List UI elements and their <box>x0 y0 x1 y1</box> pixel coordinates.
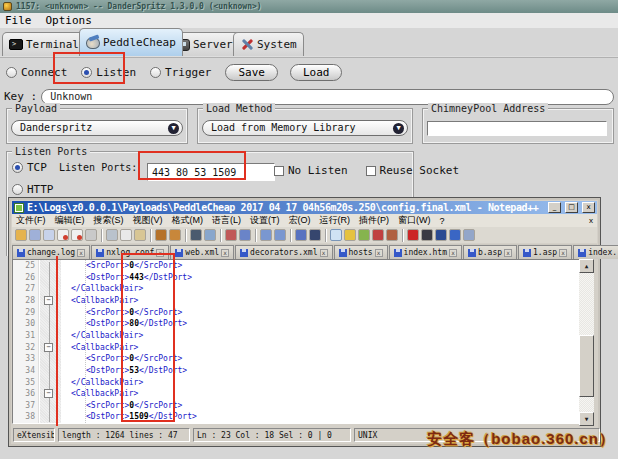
open-folder-icon[interactable] <box>15 229 27 241</box>
npp-menu-item[interactable]: 搜索(S) <box>94 214 124 227</box>
npp-menu-item[interactable]: 窗口(W) <box>398 214 431 227</box>
npp-menu-item[interactable]: 宏(O) <box>289 214 311 227</box>
indent-guide-icon[interactable] <box>330 229 342 241</box>
fold-collapse-icon[interactable]: − <box>44 343 53 352</box>
tab-system[interactable]: System <box>233 32 304 56</box>
npp-menu-item[interactable]: 编辑(E) <box>55 214 85 227</box>
close-button[interactable]: x <box>582 202 595 213</box>
npp-menu-item[interactable]: 插件(P) <box>359 214 389 227</box>
macro-play-icon[interactable] <box>435 229 447 241</box>
connect-radio-group[interactable]: Connect <box>6 66 67 79</box>
saved-doc-icon <box>96 249 104 257</box>
cut-icon[interactable] <box>106 229 118 241</box>
macro-save-icon[interactable] <box>463 229 475 241</box>
redo-icon[interactable] <box>169 229 181 241</box>
sync-scroll-v-icon[interactable] <box>260 229 272 241</box>
doc-tab-hosts[interactable]: hostsx <box>334 245 388 259</box>
doc-tab-index-htm[interactable]: index.htmx <box>389 245 462 259</box>
menu-item-file[interactable]: File <box>5 14 32 27</box>
trigger-radio-group[interactable]: Trigger <box>150 66 211 79</box>
npp-menu-item[interactable]: 格式(M) <box>172 214 204 227</box>
code-val: 443 <box>129 273 143 282</box>
npp-menu-item[interactable]: 视图(V) <box>133 214 163 227</box>
close-all-icon[interactable] <box>71 229 83 241</box>
function-list-icon[interactable] <box>372 229 384 241</box>
connect-radio[interactable] <box>6 67 17 78</box>
close-icon[interactable]: x <box>449 249 457 257</box>
npp-menu-item[interactable]: 运行(R) <box>320 214 351 227</box>
zoom-in-icon[interactable] <box>225 229 237 241</box>
close-icon[interactable]: x <box>504 249 512 257</box>
chevron-down-icon[interactable]: ▼ <box>168 123 179 134</box>
reuse-socket-checkbox[interactable] <box>366 166 376 176</box>
terminal-icon: > <box>9 39 23 50</box>
load-button[interactable]: Load <box>290 64 343 81</box>
listen-radio-group[interactable]: Listen <box>81 66 136 79</box>
doc-tab-change-log[interactable]: change.logx <box>12 245 90 259</box>
code-val: 80 <box>129 319 139 328</box>
doc-tab-1-asp[interactable]: 1.aspx <box>518 245 572 259</box>
close-doc-icon[interactable] <box>57 229 69 241</box>
macro-playback-icon[interactable] <box>449 229 461 241</box>
npp-menu-item[interactable]: 语言(L) <box>212 214 241 227</box>
save-all-icon[interactable] <box>43 229 55 241</box>
folder-workspace-icon[interactable] <box>386 229 398 241</box>
tcp-radio[interactable] <box>12 162 23 173</box>
tab-peddlecheap[interactable]: PeddleCheap <box>79 28 183 56</box>
npp-menu-item[interactable]: 设置(T) <box>250 214 280 227</box>
maximize-button[interactable]: □ <box>565 202 578 213</box>
close-icon[interactable]: x <box>375 249 383 257</box>
chevron-down-icon[interactable]: ▼ <box>393 123 404 134</box>
macro-stop-icon[interactable] <box>421 229 433 241</box>
npp-menu-item[interactable]: ? <box>440 216 445 226</box>
listen-ports-field[interactable]: 443 80 53 1509 <box>147 163 275 181</box>
doc-tab-index-[interactable]: index.x <box>573 245 618 259</box>
menu-item-options[interactable]: Options <box>46 14 92 27</box>
line-number: 38 <box>13 412 35 423</box>
close-icon[interactable]: x <box>559 249 567 257</box>
zoom-out-icon[interactable] <box>239 229 251 241</box>
macro-record-icon[interactable] <box>407 229 419 241</box>
doc-tab-decorators-xml[interactable]: decorators.xmlx <box>235 245 332 259</box>
npp-menu-item[interactable]: 文件(F) <box>16 214 46 227</box>
sync-scroll-h-icon[interactable] <box>274 229 286 241</box>
save-button[interactable]: Save <box>225 64 278 81</box>
listen-ports-label: Listen Ports: <box>59 162 137 173</box>
scroll-down-icon[interactable]: ▼ <box>579 412 594 426</box>
fold-collapse-icon[interactable]: − <box>44 296 53 305</box>
word-wrap-icon[interactable] <box>295 229 307 241</box>
close-icon[interactable]: x <box>156 249 164 257</box>
show-symbols-icon[interactable] <box>309 229 321 241</box>
copy-icon[interactable] <box>120 229 132 241</box>
fold-collapse-icon[interactable]: − <box>44 389 53 398</box>
no-listen-checkbox[interactable] <box>274 166 284 176</box>
doc-map-icon[interactable] <box>358 229 370 241</box>
load-method-dropdown[interactable]: Load from Memory Library ▼ <box>202 120 408 136</box>
print-icon[interactable] <box>85 229 97 241</box>
chimneypool-address-field[interactable] <box>427 121 607 136</box>
find-icon[interactable] <box>190 229 202 241</box>
close-icon[interactable]: x <box>77 249 85 257</box>
load-method-group-label: Load Method <box>203 103 275 114</box>
vertical-scrollbar[interactable]: ▲ ▼ <box>579 259 594 426</box>
listen-radio[interactable] <box>81 67 92 78</box>
editor-area[interactable]: 252627282930313233343536373839 <SrcPort>… <box>12 259 583 424</box>
http-radio[interactable] <box>12 184 23 195</box>
save-icon[interactable] <box>29 229 41 241</box>
doc-tab-web-xml[interactable]: web.xmlx <box>170 245 234 259</box>
scrollbar-thumb[interactable] <box>579 335 594 397</box>
doc-tab-b-asp[interactable]: b.aspx <box>463 245 517 259</box>
replace-icon[interactable] <box>204 229 216 241</box>
user-panel-icon[interactable] <box>344 229 356 241</box>
notepad-titlebar[interactable]: E:\Logs\z0.0.0.1\Payloads\PeddleCheap_20… <box>12 201 597 214</box>
close-icon[interactable]: x <box>320 249 328 257</box>
close-icon[interactable]: x <box>221 249 229 257</box>
doc-tab-nxlog-conf[interactable]: nxlog.confx <box>91 245 169 259</box>
scroll-up-icon[interactable]: ▲ <box>579 259 594 273</box>
doc-close-icon[interactable]: x <box>589 216 593 225</box>
paste-icon[interactable] <box>134 229 146 241</box>
minimize-button[interactable]: _ <box>548 202 561 213</box>
undo-icon[interactable] <box>155 229 167 241</box>
trigger-radio[interactable] <box>150 67 161 78</box>
payload-dropdown[interactable]: Danderspritz ▼ <box>11 120 183 136</box>
